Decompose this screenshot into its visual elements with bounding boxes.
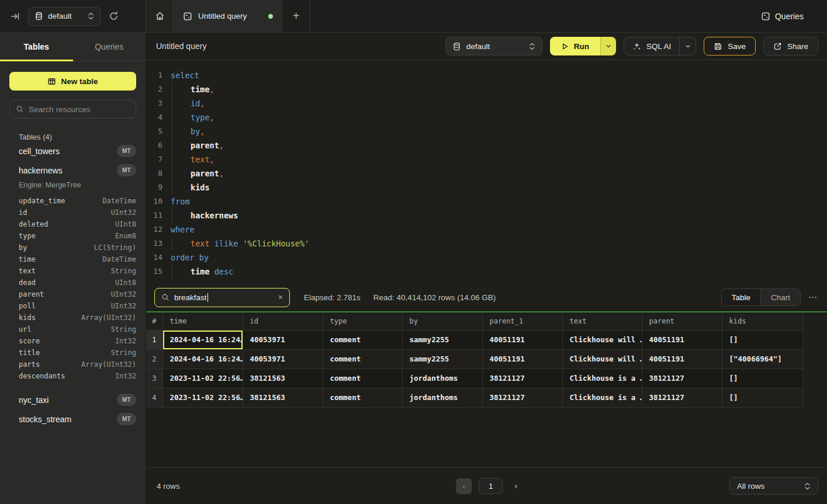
column-header-id[interactable]: id (243, 312, 323, 330)
column-type: Enum8 (115, 232, 136, 240)
column-header-parent[interactable]: parent (642, 312, 722, 330)
sidebar-tab-queries[interactable]: Queries (73, 33, 146, 61)
table-cell[interactable]: comment (323, 349, 402, 369)
tab-untitled-query[interactable]: Untitled query (174, 0, 282, 32)
table-cell[interactable]: 40051191 (482, 330, 562, 349)
search-resources-input[interactable] (29, 105, 130, 114)
table-cell[interactable]: 38121127 (642, 388, 722, 407)
code-line: parent, (171, 166, 827, 180)
table-cell[interactable]: [] (722, 369, 803, 388)
table-cell[interactable]: sammy2255 (402, 349, 482, 369)
engine-badge: MT (117, 394, 136, 406)
table-row: 32023-11-02 22:56…38121563commentjordant… (146, 369, 803, 388)
column-def-row: typeEnum8 (19, 230, 136, 242)
column-header-by[interactable]: by (402, 312, 482, 330)
save-icon (714, 42, 722, 51)
table-cell[interactable]: comment (323, 330, 402, 349)
view-toggle-table[interactable]: Table (722, 289, 761, 305)
sql-editor[interactable]: 1select2time,3id,4type,5by,6parent,7text… (146, 60, 827, 283)
share-button[interactable]: Share (763, 37, 818, 55)
table-item-stocks-stream[interactable]: stocks_stream MT (19, 409, 136, 429)
hackernews-columns: update_timeDateTimeidUInt32deletedUInt8t… (19, 195, 136, 382)
column-header-type[interactable]: type (323, 312, 402, 330)
table-cell[interactable]: 38121127 (482, 388, 562, 407)
sidebar-search[interactable] (9, 100, 136, 119)
column-name: type (19, 232, 36, 240)
table-cell[interactable]: comment (323, 369, 402, 388)
home-button[interactable] (146, 0, 174, 32)
results-body: 12024-04-16 16:24…40053971commentsammy22… (146, 330, 803, 407)
code-line: hackernews (171, 208, 827, 223)
topbar-spacer (310, 0, 761, 32)
column-name: parts (19, 360, 40, 369)
column-def-row: titleString (19, 347, 136, 359)
code-line: from (171, 194, 827, 208)
column-header-parent_1[interactable]: parent_1 (482, 312, 562, 330)
editor-line: 13text ilike '%ClickHouse%' (146, 237, 827, 251)
table-cell[interactable]: 40051191 (642, 349, 722, 369)
page-number-input[interactable]: 1 (479, 478, 503, 494)
table-cell[interactable]: 2023-11-02 22:56… (162, 388, 243, 407)
table-cell[interactable]: 40053971 (243, 349, 323, 369)
column-def-row: textString (19, 265, 136, 277)
table-cell[interactable]: 38121127 (482, 369, 562, 388)
table-cell[interactable]: Clickhouse is a … (562, 369, 642, 388)
next-page-button[interactable]: › (514, 481, 517, 491)
table-cell[interactable]: comment (323, 388, 402, 407)
table-cell[interactable]: 2023-11-02 22:56… (162, 369, 243, 388)
save-button[interactable]: Save (704, 37, 756, 55)
column-name: parent (19, 290, 44, 298)
table-cell[interactable]: sammy2255 (402, 330, 482, 349)
results-header-row: #timeidtypebyparent_1textparentkids (146, 312, 803, 330)
table-cell[interactable]: 38121563 (243, 369, 323, 388)
view-toggle-chart[interactable]: Chart (761, 289, 800, 305)
table-cell[interactable]: 38121127 (642, 369, 722, 388)
collapse-sidebar-icon[interactable] (11, 12, 20, 21)
table-cell[interactable]: 40051191 (642, 330, 722, 349)
table-cell[interactable]: 40053971 (243, 330, 323, 349)
row-number: 1 (146, 330, 162, 349)
column-header-index[interactable]: # (146, 312, 162, 330)
sql-ai-button[interactable]: SQL AI (624, 42, 679, 51)
table-item-nyc-taxi[interactable]: nyc_taxi MT (19, 390, 136, 409)
column-header-kids[interactable]: kids (722, 312, 803, 330)
database-selector[interactable]: default (28, 7, 101, 26)
table-cell[interactable]: Clickhouse will … (562, 330, 642, 349)
column-name: id (19, 208, 27, 217)
sidebar-tab-tables[interactable]: Tables (0, 33, 73, 61)
results-table: #timeidtypebyparent_1textparentkids 1202… (146, 312, 804, 408)
run-button[interactable]: Run (550, 37, 600, 55)
table-row: 42023-11-02 22:56…38121563commentjordant… (146, 388, 803, 407)
editor-line: 11hackernews (146, 208, 827, 223)
table-cell[interactable]: 38121563 (243, 388, 323, 407)
run-options-button[interactable] (600, 37, 616, 55)
database-icon (452, 42, 461, 51)
table-cell[interactable]: [] (722, 388, 803, 407)
column-header-text[interactable]: text (562, 312, 642, 330)
clear-filter-icon[interactable]: × (278, 293, 283, 302)
more-options-icon[interactable]: ⋯ (808, 292, 818, 303)
table-item-hackernews[interactable]: hackernews MT (19, 161, 136, 180)
refresh-icon[interactable] (109, 11, 119, 21)
table-cell[interactable]: jordanthoms (402, 388, 482, 407)
table-cell[interactable]: Clickhouse will … (562, 349, 642, 369)
query-database-selector[interactable]: default (445, 37, 542, 55)
sql-ai-options-button[interactable] (679, 37, 695, 55)
table-item-cell-towers[interactable]: cell_towers MT (19, 141, 136, 161)
table-cell[interactable]: 2024-04-16 16:24… (162, 330, 243, 349)
table-cell[interactable]: [] (722, 330, 803, 349)
table-cell[interactable]: jordanthoms (402, 369, 482, 388)
results-filter-input[interactable]: breakfast × (154, 288, 290, 307)
page-size-selector[interactable]: All rows (729, 477, 818, 495)
new-table-button[interactable]: New table (9, 72, 136, 91)
unsaved-status-dot (268, 14, 273, 19)
table-cell[interactable]: 2024-04-16 16:24… (162, 349, 243, 369)
table-cell[interactable]: 40051191 (482, 349, 562, 369)
table-cell[interactable]: Clickhouse is a … (562, 388, 642, 407)
new-tab-button[interactable]: + (282, 0, 310, 32)
prev-page-button[interactable]: ‹ (456, 478, 472, 494)
line-number: 11 (151, 208, 162, 223)
column-header-time[interactable]: time (162, 312, 243, 330)
queries-button[interactable]: Queries (761, 0, 827, 32)
table-cell[interactable]: ["40066964"] (722, 349, 803, 369)
